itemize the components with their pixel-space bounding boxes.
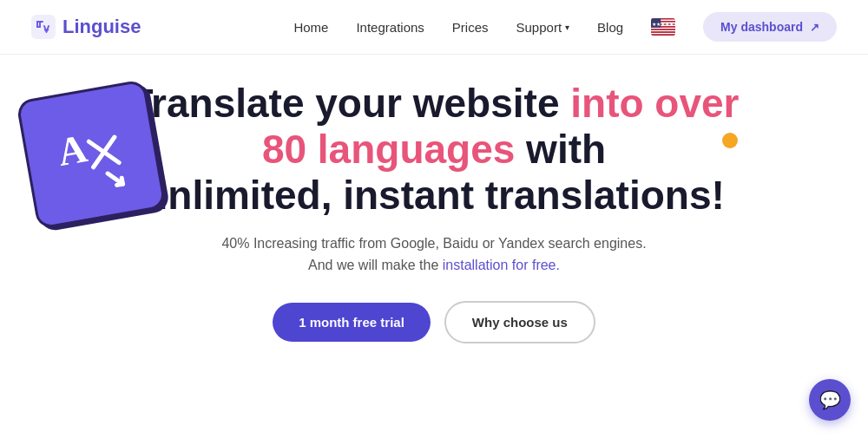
svg-text:A: A xyxy=(55,126,91,174)
svg-rect-11 xyxy=(651,31,675,33)
logo[interactable]: Linguise xyxy=(31,15,141,39)
us-flag-icon[interactable]: ★★★★★★ xyxy=(651,18,675,36)
hero-section: A Translate your website into over80 lan… xyxy=(0,55,868,343)
svg-rect-9 xyxy=(651,29,675,30)
hero-buttons: 1 month free trial Why choose us xyxy=(273,301,595,343)
dashboard-button[interactable]: My dashboard ↗ xyxy=(703,12,837,42)
why-choose-us-button[interactable]: Why choose us xyxy=(444,301,595,343)
hero-subtitle-line2: And we will make the xyxy=(308,258,443,272)
external-link-icon: ↗ xyxy=(810,21,819,34)
hero-title-part1: Translate your website xyxy=(129,81,571,126)
nav-prices[interactable]: Prices xyxy=(452,20,489,35)
svg-text:★★★★★★: ★★★★★★ xyxy=(652,22,675,27)
navbar: Linguise Home Integrations Prices Suppor… xyxy=(0,0,868,55)
nav-integrations[interactable]: Integrations xyxy=(356,20,424,35)
hero-title: Translate your website into over80 langu… xyxy=(129,81,740,219)
svg-line-18 xyxy=(89,137,119,167)
translation-card-illustration: A xyxy=(16,79,167,230)
nav-support[interactable]: Support ▾ xyxy=(516,20,570,35)
orange-dot-decoration xyxy=(722,133,738,148)
svg-rect-10 xyxy=(651,30,675,32)
free-trial-button[interactable]: 1 month free trial xyxy=(273,303,431,342)
svg-rect-13 xyxy=(651,34,675,36)
chat-bubble-button[interactable]: 💬 xyxy=(809,379,851,421)
chat-icon: 💬 xyxy=(819,389,841,410)
hero-subtitle-line1: 40% Increasing traffic from Google, Baid… xyxy=(221,236,646,251)
svg-rect-0 xyxy=(31,15,56,39)
installation-link[interactable]: installation for free. xyxy=(443,258,560,272)
translate-icon: A xyxy=(46,109,136,199)
nav-links: Home Integrations Prices Support ▾ Blog xyxy=(293,12,837,42)
logo-icon xyxy=(31,15,56,39)
svg-rect-8 xyxy=(651,28,675,29)
nav-home[interactable]: Home xyxy=(293,20,328,35)
support-chevron-icon: ▾ xyxy=(565,23,569,32)
nav-blog[interactable]: Blog xyxy=(597,20,623,35)
svg-rect-12 xyxy=(651,33,675,35)
hero-subtitle: 40% Increasing traffic from Google, Baid… xyxy=(221,232,646,277)
logo-text: Linguise xyxy=(62,16,141,38)
